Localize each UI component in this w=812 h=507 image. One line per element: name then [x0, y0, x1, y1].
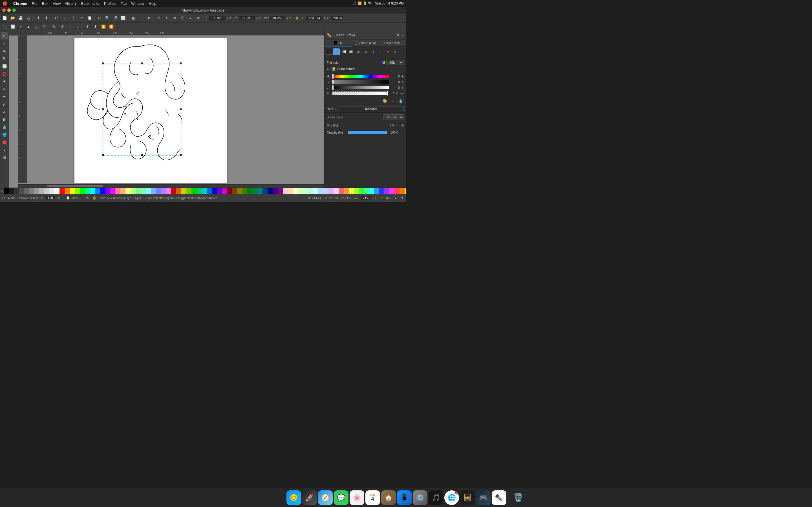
palette-swatch-30[interactable]: [156, 188, 161, 194]
palette-swatch-5[interactable]: [29, 188, 34, 194]
palette-swatch-50[interactable]: [257, 188, 262, 194]
horizontal-scrollbar[interactable]: [18, 184, 324, 187]
connector-tool[interactable]: ⊞: [1, 154, 8, 161]
palette-swatch-59[interactable]: [303, 188, 308, 194]
palette-swatch-18[interactable]: [95, 188, 100, 194]
menu-help[interactable]: Help: [149, 1, 156, 6]
palette-swatch-44[interactable]: [227, 188, 232, 194]
zoom-input[interactable]: [361, 196, 371, 200]
traffic-lights[interactable]: [2, 8, 16, 12]
a-slider-thumb[interactable]: [387, 91, 388, 96]
pen-tool[interactable]: ✒: [1, 93, 8, 100]
cut-button[interactable]: ✂: [78, 15, 86, 21]
a-slider-minus[interactable]: —: [400, 91, 404, 96]
palette-swatch-75[interactable]: [384, 188, 389, 194]
pattern-button[interactable]: ⊞: [362, 48, 369, 55]
menu-bookmarks[interactable]: Bookmarks: [81, 1, 100, 6]
color-history-button[interactable]: ↩: [390, 98, 396, 104]
align-center-button[interactable]: ⬜: [9, 23, 16, 30]
swatch-button[interactable]: ◈: [370, 48, 376, 55]
palette-swatch-7[interactable]: [39, 188, 44, 194]
palette-swatch-23[interactable]: [120, 188, 125, 194]
palette-swatch-79[interactable]: [405, 188, 406, 194]
palette-swatch-33[interactable]: [171, 188, 176, 194]
opacity-input[interactable]: [45, 196, 55, 200]
s-slider-plus[interactable]: +: [402, 80, 404, 84]
palette-swatch-32[interactable]: [166, 188, 171, 194]
blur-plus-button[interactable]: +: [402, 123, 404, 128]
palette-swatch-29[interactable]: [151, 188, 156, 194]
s-slider-thumb[interactable]: [333, 80, 334, 84]
down-arrow[interactable]: ▼: [401, 196, 404, 200]
select-button[interactable]: ⬡: [179, 15, 186, 21]
ellipse-tool[interactable]: ⭕: [1, 70, 8, 77]
palette-swatch-36[interactable]: [186, 188, 192, 194]
palette-swatch-74[interactable]: [379, 188, 384, 194]
zoom-tool[interactable]: 🔍: [1, 55, 8, 62]
rotate-ccw-button[interactable]: ↺: [58, 23, 66, 30]
unit-select[interactable]: mmpxpt: [331, 15, 343, 21]
group-button[interactable]: ▦: [130, 15, 137, 21]
palette-swatch-1[interactable]: [9, 188, 14, 194]
l-slider-thumb[interactable]: [333, 86, 334, 90]
palette-swatch-51[interactable]: [262, 188, 267, 194]
x-up-arrow[interactable]: ▲▼: [226, 16, 232, 19]
palette-swatch-40[interactable]: [207, 188, 212, 194]
w-input[interactable]: [268, 15, 285, 21]
eraser-tool[interactable]: ⬥: [1, 146, 8, 154]
remove-color-button[interactable]: ✕: [0, 188, 4, 194]
palette-swatch-10[interactable]: [54, 188, 59, 194]
palette-swatch-64[interactable]: [328, 188, 334, 194]
text-tool[interactable]: A: [1, 108, 8, 115]
palette-swatch-60[interactable]: [308, 188, 313, 194]
open-button[interactable]: 📂: [9, 15, 16, 21]
ungroup-button[interactable]: ⊞: [137, 15, 145, 21]
h-input[interactable]: [306, 15, 323, 21]
palette-swatch-57[interactable]: [293, 188, 298, 194]
palette-swatch-53[interactable]: [273, 188, 278, 194]
node-edit-button[interactable]: ✎: [155, 15, 162, 21]
panel-menu-button[interactable]: ▾: [402, 33, 404, 37]
zoom-minus[interactable]: —: [354, 196, 357, 200]
scrollbar-thumb[interactable]: [47, 185, 103, 187]
palette-swatch-76[interactable]: [389, 188, 395, 194]
palette-swatch-77[interactable]: [395, 188, 400, 194]
target-button[interactable]: ⊙: [392, 48, 398, 55]
redo-button[interactable]: ↪: [60, 15, 68, 21]
palette-swatch-73[interactable]: [374, 188, 379, 194]
layer-indicator[interactable]: 📋 Layer 1: [64, 196, 83, 200]
palette-swatch-14[interactable]: [75, 188, 80, 194]
print-button[interactable]: 🖨: [25, 15, 32, 21]
canvas-content[interactable]: 2 1 0 -1 -2 -3 -4 -5: [18, 36, 324, 183]
palette-swatch-68[interactable]: [349, 188, 354, 194]
palette-swatch-2[interactable]: [14, 188, 19, 194]
align-right-button[interactable]: ▪: [17, 23, 24, 30]
lower-button[interactable]: ⬇: [92, 23, 99, 30]
gradient-button[interactable]: ⬥: [187, 15, 194, 21]
palette-swatch-31[interactable]: [161, 188, 166, 194]
menu-file[interactable]: File: [32, 1, 38, 6]
palette-swatch-47[interactable]: [242, 188, 247, 194]
paint-button[interactable]: ⊕: [195, 15, 202, 21]
palette-swatch-4[interactable]: [24, 188, 29, 194]
palette-swatch-56[interactable]: [288, 188, 293, 194]
rect-tool[interactable]: ⬜: [1, 62, 8, 70]
palette-swatch-35[interactable]: [181, 188, 186, 194]
palette-swatch-21[interactable]: [110, 188, 115, 194]
palette-swatch-66[interactable]: [339, 188, 344, 194]
palette-swatch-52[interactable]: [267, 188, 273, 194]
gradient-tool[interactable]: ◧: [1, 116, 8, 123]
menu-edit[interactable]: Edit: [42, 1, 48, 6]
new-button[interactable]: 📄: [1, 15, 8, 21]
palette-swatch-34[interactable]: [176, 188, 181, 194]
opacity-arrows[interactable]: ◀▶: [56, 196, 61, 200]
radial-gradient-button[interactable]: [348, 48, 354, 55]
blend-mode-select[interactable]: Normal Multiply Screen Overlay: [384, 114, 404, 120]
more-options-button[interactable]: ⋮: [327, 98, 331, 104]
apple-menu[interactable]: 🍎: [2, 1, 8, 6]
palette-swatch-72[interactable]: [369, 188, 374, 194]
canvas-area[interactable]: -100 -50 0 50 100 150 200 250: [9, 31, 324, 187]
star-tool[interactable]: ★: [1, 78, 8, 85]
palette-swatch-39[interactable]: [202, 188, 207, 194]
palette-swatch-19[interactable]: [100, 188, 105, 194]
